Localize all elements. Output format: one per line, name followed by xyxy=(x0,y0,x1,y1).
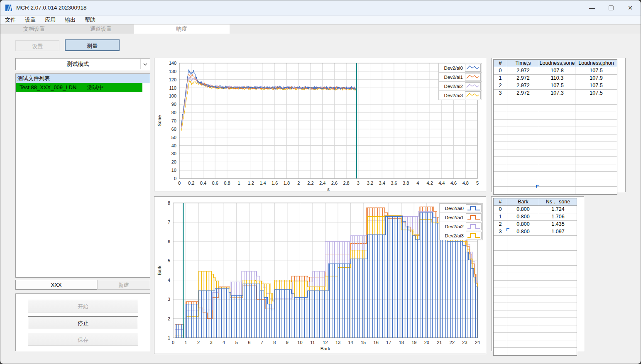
start-button[interactable]: 开始 xyxy=(28,300,138,313)
table-cell: 0 xyxy=(494,206,507,213)
tab-channel-settings[interactable]: 通道设置 xyxy=(68,24,135,34)
table-cell: 0.800 xyxy=(507,221,539,228)
tab-document-settings[interactable]: 文档设置 xyxy=(0,24,68,34)
legend-row-Dev2-ai0[interactable]: Dev2/ai0 xyxy=(439,64,482,73)
svg-text:s: s xyxy=(327,187,330,191)
legend-row-Dev2-ai3[interactable]: Dev2/ai3 xyxy=(439,91,482,100)
menu-help[interactable]: 帮助 xyxy=(80,16,100,24)
legend-row-Dev2-ai2[interactable]: Dev2/ai2 xyxy=(440,222,482,231)
svg-text:120: 120 xyxy=(169,77,176,82)
table-row xyxy=(494,266,577,273)
table-cell: 2.972 xyxy=(507,82,539,89)
table-cell xyxy=(539,112,575,119)
table-cell xyxy=(494,164,507,171)
svg-text:20: 20 xyxy=(171,159,176,164)
table-cell xyxy=(507,164,539,171)
table-cell xyxy=(494,120,507,127)
svg-text:5: 5 xyxy=(235,340,238,345)
legend-row-Dev2-ai2[interactable]: Dev2/ai2 xyxy=(439,82,482,91)
loudness-table-panel: #Time,sLoudness,soneLoudness,phon02.9721… xyxy=(491,58,626,192)
table-cell xyxy=(539,149,575,156)
legend-row-Dev2-ai1[interactable]: Dev2/ai1 xyxy=(439,73,482,82)
maximize-button[interactable] xyxy=(602,0,621,15)
table-row: 02.972107.8107.5 xyxy=(494,67,617,75)
table-header-cell: Bark xyxy=(507,198,539,205)
table-cell xyxy=(507,333,539,340)
svg-text:2.6: 2.6 xyxy=(331,181,338,186)
loudness-time-chart: 00.20.40.60.811.21.41.61.822.22.42.62.83… xyxy=(154,58,486,191)
table-header-cell: # xyxy=(494,60,507,67)
table-cell: 3 xyxy=(494,90,507,97)
legend-label: Dev2/ai0 xyxy=(439,66,465,71)
menu-apply[interactable]: 应用 xyxy=(40,16,60,24)
svg-text:3.8: 3.8 xyxy=(403,181,409,186)
table-row xyxy=(494,251,577,258)
table-cell xyxy=(539,310,577,318)
svg-text:3: 3 xyxy=(210,340,213,345)
table-row xyxy=(494,258,577,266)
subtab-settings[interactable]: 设置 xyxy=(15,40,59,51)
table-cell xyxy=(507,251,539,258)
chevron-down-icon[interactable] xyxy=(140,59,150,69)
svg-text:0: 0 xyxy=(178,181,181,186)
svg-text:8: 8 xyxy=(168,200,170,205)
svg-text:2.2: 2.2 xyxy=(307,181,313,186)
table-row xyxy=(494,120,617,127)
svg-text:24: 24 xyxy=(475,340,480,345)
stop-button[interactable]: 停止 xyxy=(28,316,138,329)
svg-text:2.4: 2.4 xyxy=(319,181,325,186)
table-cell xyxy=(494,134,507,142)
table-cell: 0.800 xyxy=(507,213,539,220)
table-cell: 2 xyxy=(494,82,507,89)
legend-row-Dev2-ai1[interactable]: Dev2/ai1 xyxy=(440,213,482,222)
legend-label: Dev2/ai2 xyxy=(439,84,465,89)
svg-text:11: 11 xyxy=(310,340,315,345)
svg-text:4: 4 xyxy=(168,278,170,283)
line-series-icon xyxy=(465,82,481,90)
svg-text:7: 7 xyxy=(261,340,263,345)
window-title: MCR 2.07.0.014 202300918 xyxy=(16,0,87,15)
close-button[interactable]: ✕ xyxy=(621,0,640,15)
test-file-item[interactable]: Test 88_XXX_009_LDN测试中 xyxy=(16,83,142,92)
xxx-button[interactable]: XXX xyxy=(15,280,97,290)
line-series-icon xyxy=(465,73,481,81)
test-mode-value: 测试模式 xyxy=(16,59,140,70)
table-header-cell: # xyxy=(494,198,507,205)
tab-loudness[interactable]: 响度 xyxy=(134,24,230,34)
bark-chart-legend: Dev2/ai0Dev2/ai1Dev2/ai2Dev2/ai3 xyxy=(439,203,483,240)
legend-row-Dev2-ai3[interactable]: Dev2/ai3 xyxy=(440,231,482,240)
table-cell xyxy=(575,120,617,127)
table-cell xyxy=(494,142,507,149)
table-cell: 107.8 xyxy=(539,67,575,74)
table-cell: 2.972 xyxy=(507,75,539,82)
svg-text:6: 6 xyxy=(168,239,170,244)
table-row xyxy=(494,142,617,149)
subtab-measure[interactable]: 测量 xyxy=(65,39,120,51)
menu-file[interactable]: 文件 xyxy=(0,16,20,24)
test-file-list: 测试文件列表 Test 88_XXX_009_LDN测试中 xyxy=(15,73,150,278)
table-cell xyxy=(507,149,539,156)
test-mode-select[interactable]: 测试模式 xyxy=(15,58,150,70)
table-cell xyxy=(494,325,507,332)
table-row xyxy=(494,127,617,134)
table-cell xyxy=(494,149,507,156)
legend-row-Dev2-ai0[interactable]: Dev2/ai0 xyxy=(440,204,482,213)
menu-output[interactable]: 输出 xyxy=(60,16,80,24)
table-cell xyxy=(507,97,539,104)
save-button[interactable]: 保存 xyxy=(28,333,138,346)
svg-text:13: 13 xyxy=(335,340,340,345)
minimize-button[interactable]: — xyxy=(582,0,602,15)
bark-table-panel: #BarkNs， sone00.8001.72410.8001.70620.80… xyxy=(491,196,584,351)
menu-settings[interactable]: 设置 xyxy=(20,16,40,24)
table-cell xyxy=(539,236,577,243)
table-cell: 2.972 xyxy=(507,67,539,74)
table-row xyxy=(494,243,577,251)
table-row xyxy=(494,172,617,179)
svg-text:4: 4 xyxy=(223,340,225,345)
table-cell xyxy=(494,273,507,280)
table-row xyxy=(494,296,577,303)
svg-text:5: 5 xyxy=(168,258,170,263)
new-button[interactable]: 新建 xyxy=(97,280,150,290)
table-header-cell: Time,s xyxy=(507,60,539,67)
table-cell: 1 xyxy=(494,213,507,220)
